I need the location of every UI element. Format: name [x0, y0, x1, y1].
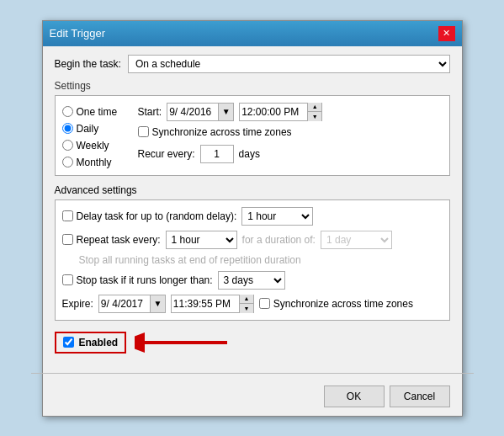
expire-row: Expire: ▼ ▲ ▼ Synchronize across time zo… — [62, 295, 443, 313]
radio-monthly-input[interactable] — [62, 157, 73, 167]
radio-one-time: One time — [62, 106, 130, 118]
edit-trigger-dialog: Edit Trigger ✕ Begin the task: On a sche… — [42, 20, 463, 417]
start-sync-label: Synchronize across time zones — [152, 126, 292, 138]
cancel-button[interactable]: Cancel — [390, 385, 450, 407]
repeat-label: Repeat task every: — [77, 234, 161, 246]
recur-unit: days — [239, 148, 260, 160]
start-sync-check: Synchronize across time zones — [138, 126, 292, 138]
expire-sync-label: Synchronize across time zones — [273, 298, 413, 310]
expire-sync-checkbox[interactable] — [259, 298, 270, 309]
recur-label: Recur every: — [138, 148, 195, 160]
start-date-picker-button[interactable]: ▼ — [218, 104, 233, 120]
repeat-checkbox[interactable] — [62, 234, 73, 245]
start-label: Start: — [138, 106, 162, 118]
dialog-body: Begin the task: On a schedule At log on … — [43, 46, 462, 373]
schedule-radio-group: One time Daily Weekly Monthly — [62, 103, 130, 168]
duration-label: for a duration of: — [242, 234, 316, 246]
dialog-title: Edit Trigger — [50, 27, 105, 40]
start-date-combo: ▼ — [167, 103, 234, 121]
enabled-row: Enabled — [55, 327, 450, 358]
stop-if-check: Stop task if it runs longer than: — [62, 274, 213, 286]
start-time-up-button[interactable]: ▲ — [308, 103, 321, 112]
expire-time-input[interactable] — [172, 295, 239, 312]
settings-right: Start: ▼ ▲ ▼ Synchronize acr — [138, 103, 443, 168]
radio-monthly: Monthly — [62, 157, 130, 168]
repeat-select[interactable]: 1 hour 30 minutes 2 hours — [166, 231, 237, 249]
stop-running-row: Stop all running tasks at end of repetit… — [62, 254, 443, 266]
stop-running-label: Stop all running tasks at end of repetit… — [79, 254, 301, 266]
start-time-spin: ▲ ▼ — [307, 103, 321, 121]
duration-select[interactable]: 1 day 30 minutes — [321, 231, 392, 249]
repeat-task-row: Repeat task every: 1 hour 30 minutes 2 h… — [62, 231, 443, 249]
start-sync-checkbox[interactable] — [138, 126, 149, 137]
enabled-highlight-box: Enabled — [55, 332, 127, 354]
delay-label: Delay task for up to (random delay): — [77, 210, 237, 222]
radio-weekly-label: Weekly — [77, 140, 109, 152]
radio-weekly-input[interactable] — [62, 140, 73, 151]
expire-time-up-button[interactable]: ▲ — [240, 295, 253, 304]
radio-weekly: Weekly — [62, 140, 130, 152]
start-time-down-button[interactable]: ▼ — [308, 112, 321, 121]
expire-date-input[interactable] — [99, 295, 150, 312]
radio-daily-label: Daily — [77, 123, 99, 135]
footer-separator — [31, 373, 474, 374]
radio-one-time-input[interactable] — [62, 106, 73, 117]
start-time-input[interactable] — [240, 104, 307, 120]
close-button[interactable]: ✕ — [438, 26, 455, 41]
enabled-checkbox[interactable] — [63, 337, 74, 348]
expire-date-picker-button[interactable]: ▼ — [150, 295, 165, 312]
start-row: Start: ▼ ▲ ▼ Synchronize acr — [138, 103, 443, 138]
repeat-check: Repeat task every: — [62, 234, 161, 246]
radio-daily-input[interactable] — [62, 123, 73, 134]
expire-time-combo: ▲ ▼ — [171, 295, 254, 313]
radio-monthly-label: Monthly — [77, 157, 112, 168]
start-time-combo: ▲ ▼ — [239, 103, 322, 121]
stop-if-checkbox[interactable] — [62, 274, 73, 285]
stop-if-row: Stop task if it runs longer than: 3 days… — [62, 271, 443, 290]
begin-task-select[interactable]: On a schedule At log on At startup — [128, 55, 450, 73]
begin-task-label: Begin the task: — [55, 58, 121, 70]
stop-if-select[interactable]: 3 days 1 day 2 hours — [218, 271, 285, 290]
dialog-footer: OK Cancel — [43, 380, 462, 416]
enabled-label: Enabled — [79, 337, 119, 348]
delay-task-row: Delay task for up to (random delay): 1 h… — [62, 207, 443, 226]
expire-label: Expire: — [62, 298, 93, 310]
radio-daily: Daily — [62, 123, 130, 135]
expire-time-spin: ▲ ▼ — [239, 295, 253, 313]
title-bar: Edit Trigger ✕ — [43, 21, 462, 46]
stop-if-label: Stop task if it runs longer than: — [77, 274, 213, 286]
start-date-input[interactable] — [167, 104, 218, 120]
advanced-box: Delay task for up to (random delay): 1 h… — [55, 199, 450, 321]
delay-select[interactable]: 1 hour 30 minutes 2 hours — [241, 207, 313, 226]
settings-section-label: Settings — [55, 80, 450, 92]
delay-check: Delay task for up to (random delay): — [62, 210, 237, 222]
radio-one-time-label: One time — [77, 106, 118, 118]
advanced-section-label: Advanced settings — [55, 184, 450, 196]
delay-checkbox[interactable] — [62, 210, 73, 221]
expire-sync-check: Synchronize across time zones — [259, 298, 413, 310]
expire-date-combo: ▼ — [98, 295, 166, 313]
settings-box: One time Daily Weekly Monthly Star — [55, 95, 450, 176]
expire-time-down-button[interactable]: ▼ — [240, 304, 253, 313]
ok-button[interactable]: OK — [324, 385, 385, 407]
begin-task-row: Begin the task: On a schedule At log on … — [55, 55, 450, 73]
recur-row: Recur every: days — [138, 145, 443, 163]
red-arrow-annotation — [135, 331, 236, 354]
recur-value-input[interactable] — [200, 145, 234, 163]
